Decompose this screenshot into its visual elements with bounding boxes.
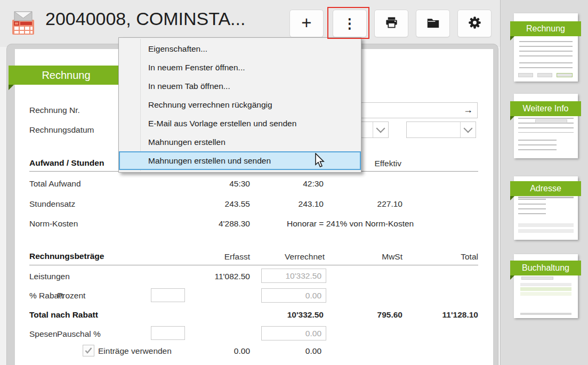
- effektiv-column-header: Effektiv: [374, 159, 401, 168]
- chevron-down-icon: [376, 124, 385, 133]
- cell-erfasst: 4'288.30: [219, 219, 250, 229]
- menu-item-neues-fenster[interactable]: In neuem Fenster öffnen...: [119, 58, 361, 77]
- invoice-app-icon: [11, 11, 36, 36]
- menu-item-eigenschaften[interactable]: Eigenschaften...: [119, 39, 361, 58]
- verrechnet-column-header: Verrechnet: [285, 252, 325, 262]
- gear-icon: [468, 15, 482, 31]
- rabatt-prozent-label: Prozent: [57, 291, 85, 301]
- total-column-header: Total: [461, 252, 478, 262]
- cell-verrechnet: 243.10: [299, 199, 324, 209]
- thumbnail-adresse[interactable]: Adresse: [501, 168, 588, 248]
- betraege-section-title: Rechnungsbeträge: [29, 252, 104, 261]
- cell-verrechnet: 10'332.50: [287, 310, 324, 320]
- combobox-dropdown-button[interactable]: [460, 122, 476, 137]
- add-button[interactable]: +: [289, 10, 324, 37]
- spesen-verrechnet-input[interactable]: [261, 326, 326, 340]
- row-label: Norm-Kosten: [29, 219, 78, 229]
- goto-arrow-icon[interactable]: →: [463, 104, 473, 116]
- rabatt-prozent-input[interactable]: [151, 288, 185, 302]
- menu-item-email-aus-vorlage[interactable]: E-Mail aus Vorlage erstellen und senden: [119, 114, 361, 133]
- thumbnail-rechnung[interactable]: Rechnung: [501, 0, 588, 88]
- cell-erfasst: 243.55: [225, 199, 250, 209]
- menu-item-mahnungen-erstellen[interactable]: Mahnungen erstellen: [119, 133, 361, 151]
- thumbnail-banner: Rechnung: [510, 21, 581, 36]
- leistungen-verrechnet-input[interactable]: [261, 269, 326, 283]
- open-folder-button[interactable]: [416, 10, 450, 37]
- section-banner-rechnung: Rechnung: [9, 66, 124, 85]
- settings-button[interactable]: [457, 10, 492, 37]
- chevron-down-icon: [464, 124, 473, 133]
- row-label: Total Aufwand: [29, 179, 81, 189]
- thumbnail-banner: Weitere Info: [510, 101, 581, 116]
- secondary-combobox[interactable]: [406, 121, 476, 138]
- cell-mwst: 795.60: [377, 310, 402, 320]
- combobox-dropdown-button[interactable]: [373, 122, 388, 137]
- thumbnail-weitere-info[interactable]: Weitere Info: [501, 88, 588, 168]
- thumbnail-banner: Adresse: [510, 181, 581, 196]
- rechnungsdatum-label: Rechnungsdatum: [29, 125, 94, 135]
- menu-item-verrechnen-rueckgaengig[interactable]: Rechnung verrechnen rückgängig: [119, 95, 361, 114]
- folder-icon: [426, 15, 440, 31]
- erfasst-column-header: Erfasst: [224, 252, 250, 262]
- more-options-button[interactable]: ⋮: [333, 10, 367, 37]
- row-label: Spesen: [29, 329, 58, 339]
- spesen-pauschal-label: Pauschal %: [57, 329, 101, 339]
- context-menu: Eigenschaften... In neuem Fenster öffnen…: [118, 37, 361, 173]
- row-label: Leistungen: [29, 272, 70, 281]
- total-nach-rabatt-label: Total nach Rabatt: [29, 310, 98, 320]
- cell-verrechnet: 42:30: [303, 179, 324, 189]
- cell-erfasst: 45:30: [229, 179, 250, 189]
- spesen-pauschal-input[interactable]: [151, 326, 185, 340]
- eintraege-verwenden-label: Einträge verwenden: [98, 346, 172, 356]
- banner-fold: [9, 85, 14, 90]
- check-icon: [85, 347, 92, 354]
- honorar-note: Honorar = 241% von Norm-Kosten: [287, 219, 414, 229]
- eintraege-verwenden-checkbox[interactable]: [83, 345, 94, 356]
- thumbnail-sidebar: Rechnung Weitere Info Adresse: [500, 0, 588, 365]
- aufwand-section-title: Aufwand / Stunden: [29, 158, 104, 168]
- section-banner-label: Rechnung: [42, 69, 90, 81]
- mouse-cursor: [315, 153, 326, 171]
- printer-icon: [384, 15, 399, 31]
- menu-item-neuer-tab[interactable]: In neuem Tab öffnen...: [119, 77, 361, 95]
- window-title: 20040008, COMINSTA...: [45, 9, 285, 29]
- kebab-menu-icon: ⋮: [343, 17, 357, 30]
- rabatt-verrechnet-input[interactable]: [261, 288, 326, 303]
- cell-erfasst: 0.00: [234, 346, 250, 356]
- thumbnail-buchhaltung[interactable]: Buchhaltung: [501, 248, 588, 328]
- rechnung-nr-label: Rechnung Nr.: [29, 106, 80, 115]
- thumbnail-banner: Buchhaltung: [510, 261, 581, 275]
- mwst-column-header: MwSt: [382, 252, 402, 262]
- cell-effektiv: 227.10: [377, 199, 402, 209]
- row-label: Stundensatz: [29, 199, 75, 209]
- cell-erfasst: 11'082.50: [215, 272, 250, 281]
- cell-verrechnet: 0.00: [305, 346, 321, 356]
- betraege-header-rule: [29, 265, 478, 265]
- print-button[interactable]: [374, 10, 408, 37]
- cell-total: 11'128.10: [442, 310, 478, 320]
- plus-icon: +: [301, 14, 311, 31]
